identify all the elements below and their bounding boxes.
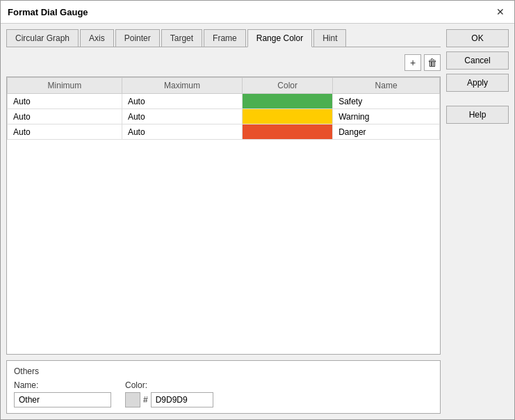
color-input-row: # xyxy=(125,392,213,407)
tab-hint[interactable]: Hint xyxy=(313,29,346,47)
tab-frame[interactable]: Frame xyxy=(204,29,246,47)
add-row-button[interactable]: + xyxy=(404,54,421,71)
ok-button[interactable]: OK xyxy=(446,29,509,47)
others-title: Others xyxy=(14,366,433,376)
cell-minimum: Auto xyxy=(8,94,122,109)
cell-maximum: Auto xyxy=(122,94,242,109)
close-button[interactable]: ✕ xyxy=(493,5,507,19)
cell-color[interactable] xyxy=(243,124,333,140)
cell-name: Danger xyxy=(333,124,440,140)
cell-name: Safety xyxy=(333,94,440,109)
color-swatch[interactable] xyxy=(125,392,140,407)
range-color-table: Minimum Maximum Color Name AutoAutoSafet… xyxy=(7,77,440,140)
others-row: Name: Color: # xyxy=(14,380,433,407)
hash-symbol: # xyxy=(143,395,148,405)
tab-circular-graph[interactable]: Circular Graph xyxy=(6,29,79,47)
range-color-panel: + 🗑 Minimum Maximum Color Name xyxy=(6,51,441,414)
col-name: Name xyxy=(333,78,440,94)
table-row[interactable]: AutoAutoWarning xyxy=(8,109,440,124)
main-content: Circular Graph Axis Pointer Target Frame… xyxy=(6,29,441,414)
tab-range-color[interactable]: Range Color xyxy=(247,29,312,47)
delete-row-button[interactable]: 🗑 xyxy=(424,54,441,71)
tab-axis[interactable]: Axis xyxy=(80,29,114,47)
name-field-group: Name: xyxy=(14,380,111,407)
cell-maximum: Auto xyxy=(122,109,242,124)
dialog-body: Circular Graph Axis Pointer Target Frame… xyxy=(1,24,514,419)
cell-maximum: Auto xyxy=(122,124,242,140)
cell-name: Warning xyxy=(333,109,440,124)
table-row[interactable]: AutoAutoDanger xyxy=(8,124,440,140)
sidebar-buttons: OK Cancel Apply Help xyxy=(446,29,509,414)
cell-color[interactable] xyxy=(243,109,333,124)
title-bar: Format Dial Gauge ✕ xyxy=(1,1,514,24)
cell-minimum: Auto xyxy=(8,109,122,124)
cell-minimum: Auto xyxy=(8,124,122,140)
col-minimum: Minimum xyxy=(8,78,122,94)
col-maximum: Maximum xyxy=(122,78,242,94)
color-hex-input[interactable] xyxy=(151,392,213,407)
color-label: Color: xyxy=(125,380,213,390)
table-toolbar: + 🗑 xyxy=(6,54,441,71)
format-dial-gauge-dialog: Format Dial Gauge ✕ Circular Graph Axis … xyxy=(0,0,515,420)
range-color-table-container: Minimum Maximum Color Name AutoAutoSafet… xyxy=(6,76,441,355)
others-section: Others Name: Color: # xyxy=(6,360,441,414)
cancel-button[interactable]: Cancel xyxy=(446,51,509,70)
help-button[interactable]: Help xyxy=(446,106,509,124)
name-input[interactable] xyxy=(14,392,111,407)
tab-pointer[interactable]: Pointer xyxy=(115,29,160,47)
tabs-container: Circular Graph Axis Pointer Target Frame… xyxy=(6,29,441,47)
cell-color[interactable] xyxy=(243,94,333,109)
table-row[interactable]: AutoAutoSafety xyxy=(8,94,440,109)
col-color: Color xyxy=(243,78,333,94)
apply-button[interactable]: Apply xyxy=(446,74,509,92)
name-label: Name: xyxy=(14,380,111,390)
color-field-group: Color: # xyxy=(125,380,213,407)
dialog-title: Format Dial Gauge xyxy=(8,7,88,17)
tab-target[interactable]: Target xyxy=(161,29,202,47)
